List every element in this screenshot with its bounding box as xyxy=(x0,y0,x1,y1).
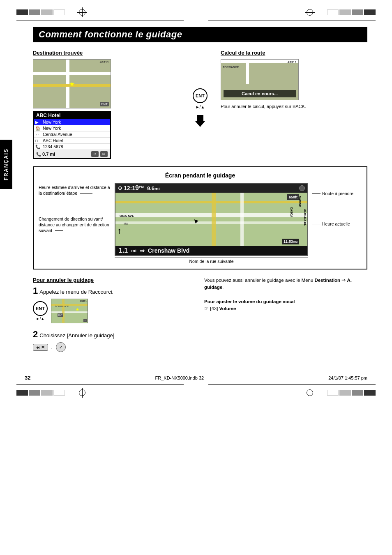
street-v1 xyxy=(212,193,216,246)
dest-row-text-2: New York xyxy=(43,126,61,131)
step1-ent-button[interactable]: ENT xyxy=(33,301,48,316)
step2-confirm-icon[interactable]: ✓ xyxy=(56,342,66,352)
right-line-2 xyxy=(312,224,321,224)
crosshair-circle-right xyxy=(307,9,313,16)
bottom-rule-left xyxy=(16,384,184,385)
mark-2 xyxy=(29,9,40,15)
bottom-crosshair-right xyxy=(305,388,315,398)
arrow-symbol: ⇒ xyxy=(340,278,347,283)
nav-screen-container: ⊙ 12:19PM 9.6mi xyxy=(115,183,308,256)
bm-2 xyxy=(29,390,40,396)
calcul-heading: Calcul de la route xyxy=(221,50,367,56)
right-line-1 xyxy=(312,193,321,194)
hotel-name: ABC Hotel xyxy=(34,112,110,119)
dest-row-abc-hotel: □ ABC Hotel xyxy=(34,138,110,144)
step-1-screen: ENT ►/▲ 43311 TORRANCE ★ ENT ☆ xyxy=(33,299,196,323)
volume-ref-text: [43] Volume xyxy=(210,306,236,311)
bottom-right-marks xyxy=(327,390,376,396)
step1-star: ★ xyxy=(76,307,79,312)
bottom-mi: mi xyxy=(131,248,136,253)
cancel-guidance-right: Vous pouvez aussi annuler le guidage ave… xyxy=(204,277,367,352)
mark-r1 xyxy=(327,9,339,15)
volume-icon: ☞ xyxy=(204,306,210,311)
rule-left xyxy=(16,21,184,21)
row-icon-1: ▶ xyxy=(35,120,41,124)
nav-compass xyxy=(299,185,305,191)
bottom-crosshair-circle-left xyxy=(79,389,85,396)
bm-r2 xyxy=(339,390,351,396)
bottom-rule-right xyxy=(208,384,376,385)
cancel-heading: Pour annuler le guidage xyxy=(33,277,196,283)
destination-section: Destination trouvée 43311 ★ ENT ABC Hote… xyxy=(33,50,180,159)
top-rule-lines xyxy=(0,21,392,21)
nav-pm: PM xyxy=(139,185,144,189)
ent-button[interactable]: ENT xyxy=(193,88,208,103)
bm-r4 xyxy=(364,390,376,396)
cancel-guidance-section: Pour annuler le guidage 1 Appelez le men… xyxy=(33,277,367,352)
dest-row-new-york-2: 🏠 New York xyxy=(34,125,110,131)
crosshair-left xyxy=(77,7,87,17)
dest-btn-1[interactable]: ⊙ xyxy=(91,151,99,157)
right-label-time: Heure actuelle xyxy=(312,221,362,227)
bm-r3 xyxy=(352,390,363,396)
step-1-text: Appelez le menu de Raccourci. xyxy=(39,289,113,295)
dest-btn-2[interactable]: ✉ xyxy=(100,151,108,157)
step1-ent: ENT ►/▲ xyxy=(33,301,48,321)
dest-distance: 📞 0.7 mi xyxy=(36,152,55,157)
distance-badge: 650ft xyxy=(287,194,299,200)
step-1-row: 1 Appelez le menu de Raccourci. xyxy=(33,286,196,296)
bm-r1 xyxy=(327,390,339,396)
bm-1 xyxy=(16,390,28,396)
nav-map-area: ONA AVE NADINE CASCA ALMEDA BL MA 650ft … xyxy=(115,193,307,246)
street-label-casca: CASCA xyxy=(290,207,293,217)
label-time-distance: Heure estimée d'arrivée et distance à la… xyxy=(39,185,111,196)
row-icon-5: 📞 xyxy=(35,145,41,149)
left-marks xyxy=(16,9,65,15)
bottom-crosshair-circle-right xyxy=(307,389,313,396)
cancel-guidance-left: Pour annuler le guidage 1 Appelez le men… xyxy=(33,277,196,352)
dest-row-text-3: Central Avenue xyxy=(43,132,72,137)
bottom-distance: 1.1 xyxy=(119,247,128,254)
dest-row-phone: 📞 1234 5678 xyxy=(34,144,110,150)
nav-top-bar: ⊙ 12:19PM 9.6mi xyxy=(115,184,307,193)
section-arrow: ENT ►/▲ xyxy=(188,50,212,159)
volume-heading: Pour ajuster le volume du guidage vocal xyxy=(204,298,367,305)
street-label-almeda: ALMEDA BL xyxy=(304,209,307,226)
calcul-overlay: Cacul en cours... xyxy=(224,90,296,97)
step2-cancel-icon[interactable]: ⏮ ✕ xyxy=(33,344,48,351)
mark-4 xyxy=(53,9,65,15)
ent-sublabel: ►/▲ xyxy=(196,105,205,109)
dest-row-text-4: ABC Hotel xyxy=(43,138,63,143)
nav-dist-unit: mi xyxy=(154,186,160,191)
mark-3 xyxy=(41,9,53,15)
guidance-screen-section: Écran pendant le guidage Heure estimée d… xyxy=(33,166,367,269)
row-icon-4: □ xyxy=(35,138,41,143)
dest-row-text-5: 1234 5678 xyxy=(43,144,63,149)
street-label-ma: MA xyxy=(124,222,128,225)
volume-heading-text: Pour ajuster le volume du guidage vocal xyxy=(204,299,295,304)
dest-row-central-avenue: ↔ Central Avenue xyxy=(34,131,110,138)
crosshair-circle xyxy=(79,9,85,16)
current-time-badge: 11:53AM xyxy=(282,239,299,244)
bottom-left-marks xyxy=(16,390,65,396)
route-note: Pour annuler le calcul, appuyez sur BACK… xyxy=(221,104,367,110)
ent-button-wrap: ENT ►/▲ xyxy=(193,88,208,109)
bottom-arrow: ⇒ xyxy=(140,247,145,254)
bm-3 xyxy=(41,390,53,396)
nav-right-icons xyxy=(299,185,305,191)
step1-ent-label: ►/▲ xyxy=(36,317,44,321)
step2-dot: . xyxy=(51,345,53,350)
print-marks-bottom xyxy=(0,385,392,405)
destination-info-box: ABC Hotel ▶ New York 🏠 New York ↔ Centra… xyxy=(33,111,111,159)
dest-row-text-1: New York xyxy=(43,120,61,124)
star-marker: ★ xyxy=(69,80,75,88)
nav-time-display: 12:19PM xyxy=(124,184,144,192)
step-2-text: Choisissez [Annuler le guidage] xyxy=(39,332,114,339)
destination-map-screen: 43311 ★ ENT xyxy=(33,59,111,108)
navigation-display: ⊙ 12:19PM 9.6mi xyxy=(115,183,308,264)
right-label-route: Route à prendre xyxy=(312,191,362,197)
arrow-down-icon xyxy=(195,113,205,129)
street-name-label: Nom de la rue suivante xyxy=(115,258,308,264)
page-title: Comment fonctionne le guidage xyxy=(33,27,367,42)
volume-ref: ☞ [43] Volume xyxy=(204,305,367,312)
